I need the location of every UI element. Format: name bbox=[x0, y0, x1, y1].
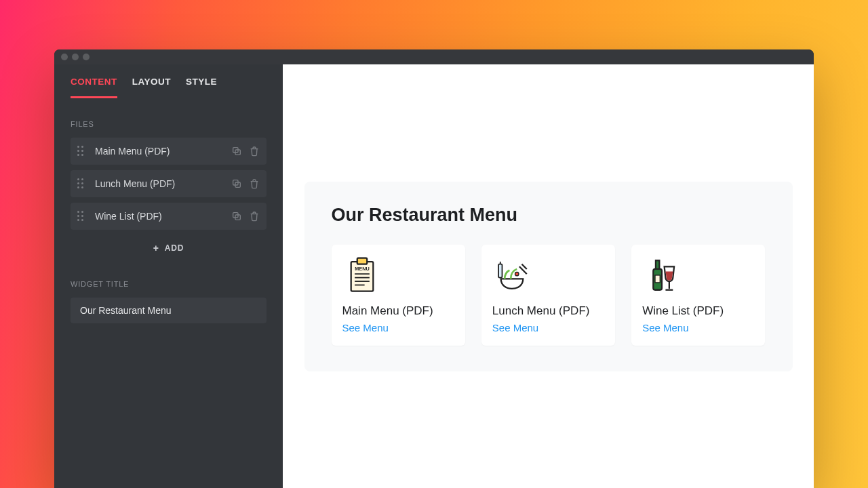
card-title: Wine List (PDF) bbox=[642, 304, 754, 318]
sidebar-tabs: CONTENT LAYOUT STYLE bbox=[71, 77, 267, 98]
svg-rect-14 bbox=[498, 264, 502, 277]
widget-title-section-label: WIDGET TITLE bbox=[71, 280, 267, 288]
duplicate-icon[interactable] bbox=[231, 146, 242, 157]
window-control-minimize[interactable] bbox=[72, 54, 79, 60]
drag-handle-icon[interactable] bbox=[77, 146, 87, 157]
menu-clipboard-icon: MENU bbox=[342, 256, 382, 295]
card-link[interactable]: See Menu bbox=[342, 322, 454, 333]
salad-bowl-icon bbox=[492, 256, 532, 295]
svg-line-17 bbox=[521, 264, 526, 268]
svg-rect-19 bbox=[656, 260, 659, 269]
file-name: Main Menu (PDF) bbox=[95, 146, 231, 157]
duplicate-icon[interactable] bbox=[231, 178, 242, 189]
file-name: Wine List (PDF) bbox=[95, 211, 231, 222]
drag-handle-icon[interactable] bbox=[77, 211, 87, 222]
file-row[interactable]: Lunch Menu (PDF) bbox=[71, 170, 267, 197]
card-link[interactable]: See Menu bbox=[492, 322, 604, 333]
tab-style[interactable]: STYLE bbox=[186, 77, 217, 98]
svg-point-13 bbox=[515, 272, 518, 275]
delete-icon[interactable] bbox=[249, 178, 260, 189]
svg-text:MENU: MENU bbox=[355, 265, 369, 271]
widget-title: Our Restaurant Menu bbox=[332, 205, 766, 226]
tab-layout[interactable]: LAYOUT bbox=[132, 77, 171, 98]
duplicate-icon[interactable] bbox=[231, 211, 242, 222]
file-row[interactable]: Main Menu (PDF) bbox=[71, 138, 267, 165]
editor-window: CONTENT LAYOUT STYLE FILES Main Menu (PD… bbox=[54, 49, 814, 488]
window-control-maximize[interactable] bbox=[83, 54, 90, 60]
delete-icon[interactable] bbox=[249, 211, 260, 222]
add-button-label: ADD bbox=[165, 243, 184, 253]
file-row[interactable]: Wine List (PDF) bbox=[71, 203, 267, 230]
sidebar: CONTENT LAYOUT STYLE FILES Main Menu (PD… bbox=[54, 64, 283, 488]
card-title: Lunch Menu (PDF) bbox=[492, 304, 604, 318]
menu-widget: Our Restaurant Menu MENU Main Menu (P bbox=[304, 182, 793, 371]
card-row: MENU Main Menu (PDF) See Menu bbox=[332, 245, 766, 346]
window-control-close[interactable] bbox=[61, 54, 68, 60]
card-link[interactable]: See Menu bbox=[642, 322, 754, 333]
menu-card: Lunch Menu (PDF) See Menu bbox=[481, 245, 615, 346]
window-body: CONTENT LAYOUT STYLE FILES Main Menu (PD… bbox=[54, 64, 814, 488]
file-name: Lunch Menu (PDF) bbox=[95, 178, 231, 189]
drag-handle-icon[interactable] bbox=[77, 178, 87, 189]
svg-rect-20 bbox=[655, 275, 660, 283]
delete-icon[interactable] bbox=[249, 146, 260, 157]
widget-title-input[interactable] bbox=[71, 298, 267, 323]
files-section-label: FILES bbox=[71, 120, 267, 128]
add-file-button[interactable]: + ADD bbox=[71, 235, 267, 261]
tab-content[interactable]: CONTENT bbox=[71, 77, 117, 98]
svg-rect-7 bbox=[357, 258, 367, 264]
preview-pane: Our Restaurant Menu MENU Main Menu (P bbox=[283, 64, 814, 488]
card-title: Main Menu (PDF) bbox=[342, 304, 454, 318]
menu-card: MENU Main Menu (PDF) See Menu bbox=[332, 245, 465, 346]
menu-card: Wine List (PDF) See Menu bbox=[631, 245, 765, 346]
wine-bottle-glass-icon bbox=[642, 256, 682, 295]
plus-icon: + bbox=[153, 243, 159, 253]
window-titlebar bbox=[54, 49, 814, 64]
